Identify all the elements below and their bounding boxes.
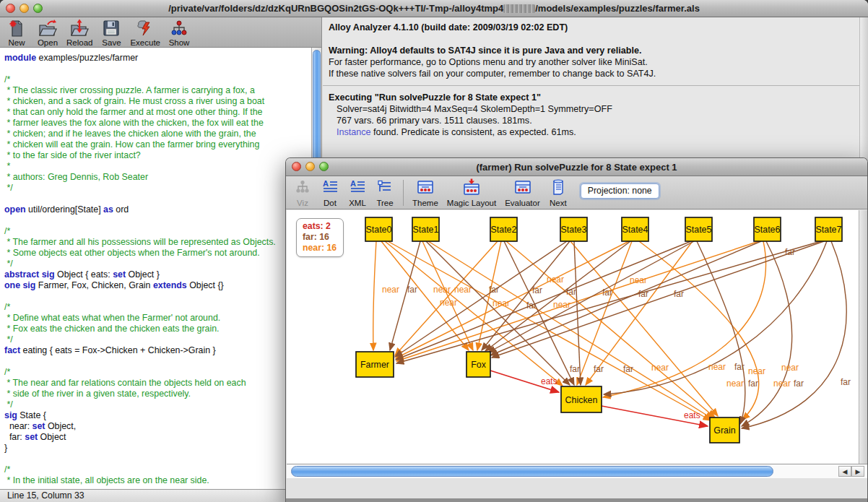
close-button[interactable] [6,4,15,13]
graph-node-State2[interactable]: State2 [490,217,517,241]
evaluator-button-label: Evaluator [505,199,540,208]
dot-button-label: Dot [324,199,337,208]
edge-label-near: near [630,275,647,285]
save-button-label: Save [102,38,121,47]
code-line: /* [4,464,311,475]
save-button[interactable]: Save [99,19,123,47]
code-line: * chicken; and if he leaves the chicken … [4,129,311,139]
log-line: Executing "Run solvePuzzle for 8 State e… [329,92,858,103]
edge-far-State7-Grain [742,241,846,428]
log-line: For faster performance, go to Options me… [329,56,858,68]
code-line: sig State { [4,410,311,421]
graph-node-Chicken[interactable]: Chicken [561,386,602,412]
evaluator-icon [513,178,532,199]
svg-text:State0: State0 [366,225,392,235]
minimize-button[interactable] [19,4,29,13]
main-titlebar[interactable]: /private/var/folders/dz/dzKqURnBGQOSin2t… [0,0,868,17]
xml-button[interactable]: A XML [348,178,367,208]
viz-tree-icon [294,178,311,199]
caret-position: Line 15, Column 33 [7,490,84,501]
edge-label-near: near [382,285,399,295]
screen: /private/var/folders/dz/dzKqURnBGQOSin2t… [0,0,868,502]
theme-button[interactable]: Theme [412,178,438,208]
next-button[interactable]: Next [549,178,568,208]
graph-node-State3[interactable]: State3 [560,217,587,241]
edge-label-far: far [748,378,758,389]
tree-button[interactable]: Tree [376,178,394,208]
execute-button[interactable]: Execute [130,19,160,47]
show-graph-icon [170,19,188,38]
graph-node-State7[interactable]: State7 [815,217,842,241]
edge-label-near: near [547,274,564,285]
graph-node-State5[interactable]: State5 [685,217,712,241]
status-bar: Line 15, Column 33 [0,489,321,502]
toolbar-separator [403,180,404,206]
show-button[interactable]: Show [167,19,191,47]
graph-node-State6[interactable]: State6 [754,217,781,241]
code-line: /* [4,74,311,85]
edge-far-State6-Grain [742,241,792,426]
svg-text:Grain: Grain [713,425,735,436]
theme-icon [416,178,435,199]
graph-node-State0[interactable]: State0 [365,217,392,241]
open-button[interactable]: Open [35,19,60,47]
edge-label-eats: eats [684,410,700,420]
zoom-button[interactable] [33,4,43,13]
graph-canvas[interactable]: nearfarnearnearnearfarnearfarfarnearfarn… [287,210,867,464]
reload-button[interactable]: Reload [66,19,92,47]
tree-button-label: Tree [376,199,393,208]
viz-button-label: Viz [297,199,308,208]
save-floppy-icon [102,19,121,38]
svg-text:Chicken: Chicken [565,395,598,405]
edge-label-far: far [566,287,576,297]
code-line: far: set Object [4,432,311,443]
projection-button[interactable]: Projection: none [581,183,659,199]
xml-button-label: XML [349,199,366,208]
edge-label-near: near [440,298,457,308]
graph-node-State1[interactable]: State1 [412,217,439,241]
new-button[interactable]: New [4,19,29,47]
code-editor[interactable]: module examples/puzzles/farmer /* * The … [0,48,311,489]
editor-pane: New Open Reload Save Execute [0,17,322,502]
viz-minimize-button[interactable] [305,162,315,171]
code-line: * In the initial state, all objects are … [4,475,311,486]
code-line: module examples/puzzles/farmer [4,53,311,64]
viz-window-title: (farmer) Run solvePuzzle for 8 State exp… [476,162,677,173]
canvas-horizontal-scrollbar[interactable]: ◀ ▶ [287,464,867,478]
edge-label-far: far [594,364,604,374]
code-line: */ [4,259,311,269]
scroll-right-arrow[interactable]: ▶ [851,466,864,477]
code-line: * chicken, and a sack of grain. He must … [4,96,311,107]
scrollbar-arrows: ◀ ▶ [838,466,864,477]
code-line [4,454,311,464]
graph-node-Fox[interactable]: Fox [466,352,490,377]
viz-close-button[interactable] [292,162,301,171]
magic-layout-button[interactable]: Magic Layout [447,178,496,208]
edge-label-near: near [651,363,669,373]
graph-node-State4[interactable]: State4 [622,217,648,241]
redacted-path-segment [503,4,535,13]
execute-lightning-icon [136,19,155,38]
canvas-vertical-scrollbar[interactable] [859,210,867,464]
viz-button[interactable]: Viz [293,178,312,208]
viz-window: (farmer) Run solvePuzzle for 8 State exp… [285,157,868,502]
viz-footer [286,478,867,500]
code-line [4,291,311,302]
log-line [329,33,858,45]
viz-window-controls [292,162,329,171]
code-line: */ [4,399,311,410]
edge-label-near: near [553,300,570,310]
viz-zoom-button[interactable] [319,162,329,171]
code-line: } [4,443,311,454]
code-line: * side of the river in a given state, re… [4,389,311,399]
code-line: /* [4,367,311,378]
evaluator-button[interactable]: Evaluator [505,178,540,208]
horizontal-scrollbar-thumb[interactable] [291,466,773,477]
dot-button[interactable]: A Dot [321,178,339,208]
viz-titlebar[interactable]: (farmer) Run solvePuzzle for 8 State exp… [286,158,867,176]
code-line: abstract sig Object { eats: set Object } [4,269,311,280]
code-line: * to the far side of the river intact? [4,150,311,161]
graph-node-Grain[interactable]: Grain [710,417,739,443]
graph-node-Farmer[interactable]: Farmer [356,352,394,377]
scroll-left-arrow[interactable]: ◀ [838,466,851,477]
